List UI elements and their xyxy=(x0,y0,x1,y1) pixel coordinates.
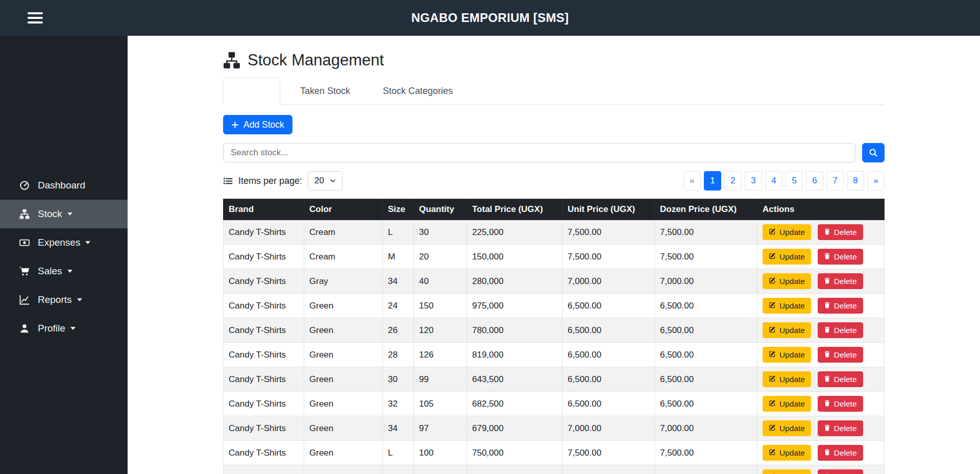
chevron-down-icon xyxy=(330,178,336,184)
delete-button[interactable]: Delete xyxy=(818,298,863,314)
search-button[interactable] xyxy=(862,143,885,162)
update-button[interactable]: Update xyxy=(763,224,811,240)
pagination-page-3[interactable]: 3 xyxy=(745,171,762,191)
update-button[interactable]: Update xyxy=(763,298,811,314)
update-button-label: Update xyxy=(779,424,805,433)
pagination-page-7[interactable]: 7 xyxy=(826,171,844,191)
cell-brand: Candy T-Shirts xyxy=(224,441,304,465)
pencil-square-icon xyxy=(769,301,776,311)
update-button[interactable]: Update xyxy=(763,420,811,436)
delete-button[interactable]: Delete xyxy=(818,469,863,474)
table-row: Candy T-Shirts Cream M 20 150,000 7,500.… xyxy=(224,245,885,269)
hamburger-menu-icon[interactable] xyxy=(26,10,45,26)
pencil-square-icon xyxy=(769,228,776,237)
cell-size: 34 xyxy=(383,416,414,441)
cash-icon xyxy=(19,238,30,248)
pagination-page-8[interactable]: 8 xyxy=(847,171,864,191)
graph-icon xyxy=(19,295,30,305)
cell-dozen-price: 6,500.00 xyxy=(655,294,757,318)
pagination-page-1[interactable]: 1 xyxy=(704,171,721,191)
cell-total-price: 750,000 xyxy=(467,441,562,465)
pencil-square-icon xyxy=(769,350,776,360)
trash-icon xyxy=(824,301,830,311)
update-button[interactable]: Update xyxy=(763,371,811,387)
add-stock-button[interactable]: Add Stock xyxy=(223,115,292,134)
plus-icon xyxy=(231,121,239,129)
sidebar: Dashboard Stock Expenses Sales Reports xyxy=(0,36,128,474)
page-title: Stock Management xyxy=(223,51,885,69)
list-icon xyxy=(223,176,233,186)
tab-stock-categories[interactable]: Stock Categories xyxy=(370,78,465,105)
cell-dozen-price: 7,500.00 xyxy=(655,220,757,245)
sidebar-item-dashboard[interactable]: Dashboard xyxy=(0,171,128,200)
cell-color: Green xyxy=(304,392,383,416)
items-per-page-select[interactable]: 20 xyxy=(308,171,342,191)
cell-unit-price: 7,500.00 xyxy=(562,220,655,245)
cell-dozen-price: 7,000.00 xyxy=(655,269,757,294)
trash-icon xyxy=(824,448,830,458)
delete-button[interactable]: Delete xyxy=(818,322,863,338)
cell-actions: Update Delete xyxy=(757,294,885,318)
stock-table-head: BrandColorSizeQuantityTotal Price (UGX)U… xyxy=(224,199,885,220)
update-button[interactable]: Update xyxy=(763,249,811,265)
pencil-square-icon xyxy=(769,448,776,458)
pagination-prev[interactable]: « xyxy=(683,171,701,191)
tab-active-0[interactable] xyxy=(223,78,280,105)
update-button[interactable]: Update xyxy=(763,396,811,412)
cell-dozen-price: 6,500.00 xyxy=(655,343,757,367)
column-header: Size xyxy=(383,199,414,220)
pagination-next[interactable]: » xyxy=(867,171,885,191)
update-button[interactable]: Update xyxy=(763,322,811,338)
cell-color xyxy=(304,465,383,474)
column-header: Total Price (UGX) xyxy=(467,199,562,220)
trash-icon xyxy=(824,424,830,433)
stock-table: BrandColorSizeQuantityTotal Price (UGX)U… xyxy=(223,199,885,474)
cell-actions: Update Delete xyxy=(757,367,885,392)
cell-quantity: 20 xyxy=(414,245,467,269)
sidebar-item-profile[interactable]: Profile xyxy=(0,314,128,343)
delete-button[interactable]: Delete xyxy=(818,420,863,436)
cell-quantity: 97 xyxy=(414,416,467,441)
pagination-page-5[interactable]: 5 xyxy=(786,171,803,191)
sidebar-item-sales[interactable]: Sales xyxy=(0,257,128,286)
cell-size: 34 xyxy=(383,269,414,294)
cell-total-price: 225,000 xyxy=(467,220,562,245)
update-button[interactable]: Update xyxy=(763,469,811,474)
cell-color: Green xyxy=(304,416,383,441)
cell-color: Green xyxy=(304,294,383,318)
delete-button[interactable]: Delete xyxy=(818,445,863,461)
sidebar-item-label: Dashboard xyxy=(38,180,85,191)
sidebar-item-stock[interactable]: Stock xyxy=(0,200,128,228)
cell-total-price: 150,000 xyxy=(467,245,562,269)
update-button[interactable]: Update xyxy=(763,445,811,461)
cell-quantity: 100 xyxy=(414,441,467,465)
delete-button[interactable]: Delete xyxy=(818,224,863,240)
delete-button[interactable]: Delete xyxy=(818,273,863,289)
update-button[interactable]: Update xyxy=(763,273,811,289)
cell-actions: Update Delete xyxy=(757,465,885,474)
sidebar-item-reports[interactable]: Reports xyxy=(0,286,128,314)
delete-button[interactable]: Delete xyxy=(818,396,863,412)
stock-table-body: Candy T-Shirts Cream L 30 225,000 7,500.… xyxy=(224,220,885,474)
pagination-page-4[interactable]: 4 xyxy=(765,171,782,191)
items-per-page-value: 20 xyxy=(314,176,324,186)
update-button[interactable]: Update xyxy=(763,347,811,363)
cell-total-price: 280,000 xyxy=(467,269,562,294)
cell-size xyxy=(383,465,414,474)
update-button-label: Update xyxy=(779,375,805,384)
delete-button[interactable]: Delete xyxy=(818,249,863,265)
cell-unit-price: 6,500.00 xyxy=(562,392,655,416)
search-input[interactable] xyxy=(223,143,855,162)
delete-button[interactable]: Delete xyxy=(818,371,863,387)
table-row: Candy T-Shirts Green 32 105 682,500 6,50… xyxy=(224,392,885,416)
tab-taken-stock[interactable]: Taken Stock xyxy=(287,78,363,105)
pagination-page-6[interactable]: 6 xyxy=(806,171,823,191)
cell-total-price: 682,500 xyxy=(467,392,562,416)
diagram-icon xyxy=(19,209,30,219)
delete-button[interactable]: Delete xyxy=(818,347,863,363)
cell-size: 32 xyxy=(383,392,414,416)
cell-total-price: 780,000 xyxy=(467,318,562,343)
pagination-page-2[interactable]: 2 xyxy=(724,171,742,191)
cell-size: L xyxy=(383,220,414,245)
sidebar-item-expenses[interactable]: Expenses xyxy=(0,228,128,257)
